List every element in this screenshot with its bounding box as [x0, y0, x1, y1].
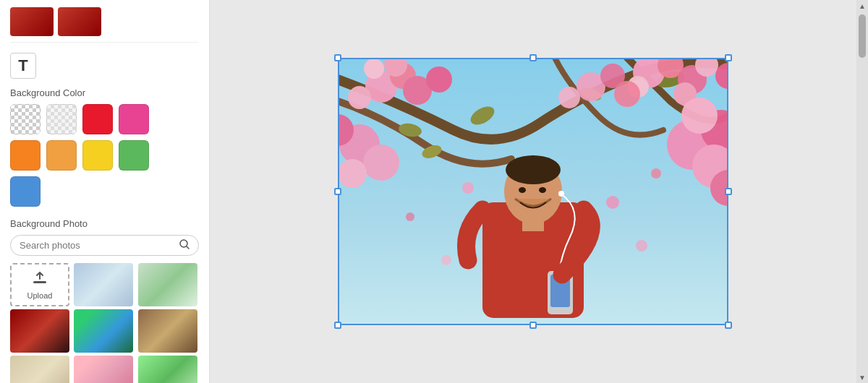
scroll-up-button[interactable]: ▲	[856, 0, 868, 12]
upload-label: Upload	[27, 291, 53, 300]
svg-point-43	[539, 187, 546, 193]
svg-point-26	[667, 119, 718, 170]
photo-search-bar[interactable]	[10, 235, 199, 256]
svg-rect-40	[550, 275, 570, 307]
svg-point-18	[695, 58, 718, 77]
svg-point-47	[636, 240, 647, 251]
svg-point-38	[558, 191, 564, 197]
svg-point-42	[519, 187, 526, 193]
handle-bottom-middle[interactable]	[529, 322, 537, 329]
photo-grid: Upload	[10, 263, 199, 383]
svg-point-13	[426, 66, 452, 92]
upload-button[interactable]: Upload	[10, 263, 69, 306]
photo-thumb-6[interactable]	[138, 309, 197, 353]
color-grid	[10, 104, 199, 207]
color-swatch-green[interactable]	[119, 140, 149, 171]
svg-point-27	[701, 110, 728, 150]
upload-arrow-icon	[32, 270, 48, 290]
svg-point-32	[338, 114, 354, 146]
svg-point-15	[633, 58, 665, 88]
color-swatch-dark-orange[interactable]	[46, 140, 77, 171]
svg-point-46	[441, 255, 451, 265]
svg-point-20	[627, 76, 649, 98]
svg-point-28	[692, 145, 728, 188]
svg-point-14	[384, 58, 407, 77]
svg-point-8	[365, 71, 397, 103]
svg-point-7	[420, 143, 443, 161]
cherry-blossom-scene-svg	[338, 58, 728, 325]
top-thumb-1[interactable]	[10, 7, 54, 36]
svg-rect-41	[522, 217, 544, 231]
color-swatch-blue[interactable]	[10, 176, 41, 207]
scrollbar-thumb[interactable]	[859, 14, 866, 58]
color-swatch-red[interactable]	[82, 104, 113, 134]
handle-top-left[interactable]	[334, 54, 341, 61]
photo-thumb-3[interactable]	[138, 263, 197, 306]
background-color-title: Background Color	[10, 87, 199, 98]
svg-point-29	[681, 98, 718, 134]
svg-point-31	[339, 124, 380, 165]
svg-point-48	[406, 212, 414, 221]
canvas-image	[338, 58, 728, 325]
sidebar-top-thumbnails	[10, 7, 199, 43]
svg-point-9	[390, 63, 416, 89]
svg-point-36	[504, 159, 562, 224]
color-swatch-light[interactable]	[46, 104, 77, 134]
svg-point-37	[506, 155, 561, 184]
svg-rect-2	[33, 281, 46, 283]
svg-point-11	[403, 76, 432, 105]
color-swatch-transparent[interactable]	[10, 104, 41, 134]
svg-point-17	[678, 65, 707, 94]
svg-line-1	[187, 246, 189, 249]
sidebar: T Background Color Background Photo	[0, 0, 210, 383]
handle-middle-right[interactable]	[725, 188, 732, 195]
svg-point-6	[398, 121, 423, 138]
svg-point-34	[338, 159, 367, 188]
svg-point-21	[673, 82, 697, 106]
handle-top-right[interactable]	[725, 54, 732, 61]
svg-rect-35	[482, 202, 584, 318]
color-swatch-yellow[interactable]	[82, 140, 113, 171]
svg-point-22	[576, 72, 605, 101]
svg-point-44	[462, 182, 474, 194]
photo-thumb-9[interactable]	[138, 356, 197, 383]
photo-thumb-2[interactable]	[74, 263, 133, 306]
right-scrollbar: ▲ ▼	[856, 0, 868, 383]
photo-thumb-5[interactable]	[74, 309, 133, 353]
main-canvas-area	[210, 0, 856, 383]
handle-middle-left[interactable]	[334, 188, 341, 195]
handle-bottom-left[interactable]	[334, 322, 341, 329]
svg-point-23	[600, 64, 625, 88]
svg-point-16	[658, 58, 684, 78]
text-tool-button[interactable]: T	[10, 53, 36, 79]
photo-thumb-4[interactable]	[10, 309, 69, 353]
svg-point-49	[651, 168, 661, 178]
svg-point-5	[655, 69, 686, 90]
svg-point-12	[364, 59, 384, 79]
color-swatch-pink[interactable]	[119, 104, 149, 134]
photo-thumb-7[interactable]	[10, 356, 69, 383]
svg-point-45	[606, 196, 619, 209]
svg-point-24	[558, 87, 580, 108]
background-photo-title: Background Photo	[10, 218, 199, 229]
handle-top-middle[interactable]	[529, 54, 537, 61]
color-swatch-orange[interactable]	[10, 140, 41, 171]
svg-rect-39	[548, 271, 573, 314]
handle-bottom-right[interactable]	[725, 322, 732, 329]
svg-point-3	[467, 103, 497, 128]
svg-point-10	[348, 86, 371, 109]
top-thumb-2[interactable]	[58, 7, 101, 36]
svg-point-19	[715, 63, 728, 89]
scroll-down-button[interactable]: ▼	[856, 371, 868, 383]
canvas-wrapper[interactable]	[338, 58, 728, 325]
search-input[interactable]	[20, 240, 179, 251]
svg-point-25	[614, 81, 640, 107]
svg-point-33	[363, 145, 399, 181]
photo-thumb-8[interactable]	[74, 356, 133, 383]
svg-point-4	[579, 85, 603, 103]
search-icon[interactable]	[179, 239, 190, 251]
